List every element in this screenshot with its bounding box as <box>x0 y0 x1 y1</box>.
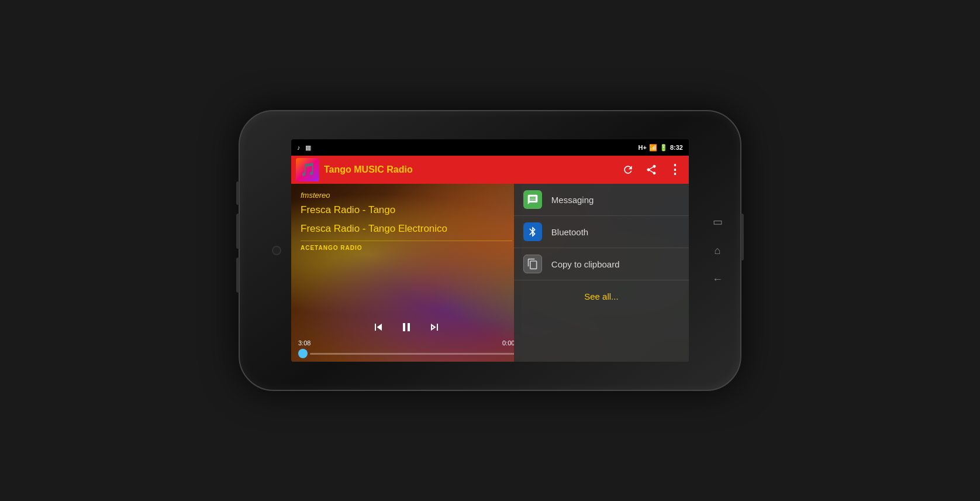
bluetooth-icon <box>523 222 542 241</box>
see-all-item[interactable]: See all... <box>514 280 689 313</box>
status-bar: ♪ ▦ H+ 📶 🔋 8:32 <box>291 139 689 156</box>
share-clipboard-item[interactable]: Copy to clipboard <box>514 248 689 280</box>
share-messaging-item[interactable]: Messaging <box>514 184 689 216</box>
nav-buttons: ▭ ⌂ ← <box>712 215 723 286</box>
messaging-label: Messaging <box>551 195 594 205</box>
see-all-label: See all... <box>584 291 618 301</box>
recent-apps-button[interactable]: ▭ <box>713 215 723 228</box>
battery-icon: 🔋 <box>660 144 668 152</box>
toolbar-actions: ⋮ <box>619 160 684 179</box>
app-logo: 🎵 <box>296 158 319 181</box>
notification-icon: ▦ <box>305 144 311 152</box>
time-total: 0:00 <box>502 339 515 346</box>
status-left-icons: ♪ ▦ <box>297 144 311 152</box>
station-name-2[interactable]: Fresca Radio - Tango Electronico <box>301 223 512 235</box>
pause-button[interactable] <box>399 320 413 337</box>
station-name-1[interactable]: Fresca Radio - Tango <box>301 204 512 216</box>
power-button[interactable] <box>741 214 744 260</box>
clipboard-label: Copy to clipboard <box>551 259 620 269</box>
controls-row <box>298 320 515 337</box>
app-title: Tango MUSIC Radio <box>324 164 614 175</box>
clipboard-icon <box>523 255 542 273</box>
network-type: H+ <box>639 144 647 151</box>
signal-icon: 📶 <box>649 144 657 152</box>
status-right-icons: H+ 📶 🔋 8:32 <box>639 144 683 152</box>
more-options-button[interactable]: ⋮ <box>665 160 684 179</box>
home-button[interactable]: ⌂ <box>715 245 721 257</box>
back-button[interactable]: ← <box>712 273 723 286</box>
extra-button[interactable] <box>236 258 239 293</box>
clock: 8:32 <box>670 144 683 151</box>
bluetooth-label: Bluetooth <box>551 227 588 237</box>
camera-icon <box>272 246 281 255</box>
progress-thumb[interactable] <box>298 349 308 358</box>
volume-down-button[interactable] <box>236 214 239 249</box>
previous-button[interactable] <box>371 320 385 337</box>
volume-up-button[interactable] <box>236 181 239 205</box>
share-dropdown: Messaging Bluetooth <box>514 184 689 362</box>
time-current: 3:08 <box>298 339 310 346</box>
main-content: fmstereo Fresca Radio - Tango Fresca Rad… <box>291 184 689 362</box>
fmstereo-label: fmstereo <box>301 191 512 200</box>
share-button[interactable] <box>642 160 661 179</box>
phone-device: ▭ ⌂ ← ♪ ▦ H+ 📶 🔋 8:32 🎵 Tango MUSIC Radi… <box>239 110 741 391</box>
music-notification-icon: ♪ <box>297 144 301 151</box>
app-toolbar: 🎵 Tango MUSIC Radio ⋮ <box>291 156 689 184</box>
messaging-icon <box>523 190 542 209</box>
time-row: 3:08 0:00 <box>298 339 515 346</box>
station-label: ACETANGO RADIO <box>301 241 512 251</box>
track-info: fmstereo Fresca Radio - Tango Fresca Rad… <box>291 184 522 258</box>
progress-bar[interactable] <box>310 353 515 355</box>
screen: ♪ ▦ H+ 📶 🔋 8:32 🎵 Tango MUSIC Radio <box>291 139 689 362</box>
share-bluetooth-item[interactable]: Bluetooth <box>514 216 689 248</box>
refresh-button[interactable] <box>619 160 637 179</box>
playback-area: 3:08 0:00 <box>291 317 522 362</box>
next-button[interactable] <box>427 320 441 337</box>
progress-row[interactable] <box>298 349 515 358</box>
